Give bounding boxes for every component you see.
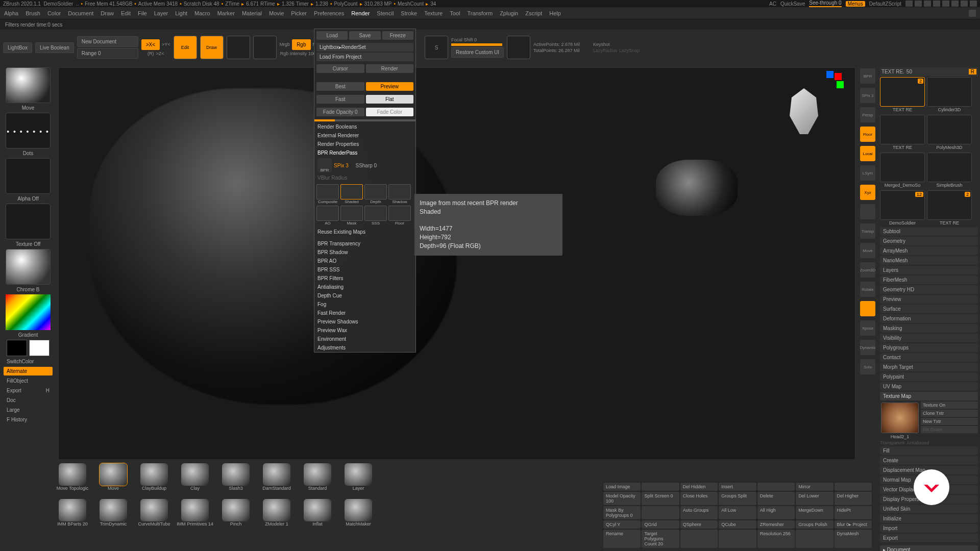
menu-help[interactable]: Help [549,10,561,16]
brush-pinch[interactable] [222,499,250,521]
menu-preferences[interactable]: Preferences [314,10,344,16]
lightbox-button[interactable]: LightBox [3,42,32,53]
moveview-icon[interactable]: Move [860,243,875,258]
window-icon-2[interactable] [915,1,922,7]
window-icon-4[interactable] [933,1,940,7]
draw-mode-button[interactable]: Draw [200,36,224,59]
modelopacity-slider[interactable]: Model Opacity 100 [603,492,641,505]
fast-button[interactable]: Fast [316,95,364,104]
menus-button[interactable]: Menus [846,1,865,7]
large-button[interactable]: Large [4,406,53,414]
flat-button[interactable]: Flat [366,95,414,104]
acc-visibility[interactable]: Visibility [880,334,978,342]
acc-masking[interactable]: Masking [880,324,978,333]
fastrender-row[interactable]: Fast Render [314,309,415,317]
cursor-button[interactable]: Cursor [316,64,364,73]
brush-curvemultitube[interactable] [140,499,168,521]
newtxtr-button[interactable]: New Txtr [921,418,978,425]
antialiased-label[interactable]: Antialiased [906,440,929,445]
move-gizmo-icon[interactable] [227,36,250,59]
brush-matchmaker[interactable] [345,499,372,521]
render-load-button[interactable]: Load [316,31,348,40]
qcyly-button[interactable]: QCyl Y [603,520,641,529]
bprrenderpass-row[interactable]: BPR RenderPass [314,148,415,157]
pass-shaded[interactable] [340,184,363,199]
bprfilters-row[interactable]: BPR Filters [314,274,415,283]
alllow-button[interactable]: All Low [719,506,756,519]
menu-transform[interactable]: Transform [467,10,493,16]
axis-z-icon[interactable] [826,71,834,78]
menu-alpha[interactable]: Alpha [4,10,18,16]
acc-import[interactable]: Import [880,524,978,533]
allhigh-button[interactable]: All High [757,506,795,519]
minimize-icon[interactable] [951,1,959,7]
menu-brush[interactable]: Brush [26,10,40,16]
brush-damstandard[interactable] [263,463,290,486]
material-preview-icon[interactable] [6,249,51,285]
insert-button[interactable]: Insert [719,483,756,491]
y-button[interactable]: >Y< [162,42,170,47]
menu-stencil[interactable]: Stencil [377,10,394,16]
menu-draw[interactable]: Draw [101,10,114,16]
preview-button[interactable]: Preview [366,82,414,91]
brush-layer[interactable] [345,463,372,486]
acc-texturemap[interactable]: Texture Map [880,392,978,400]
render-button[interactable]: Render [366,64,414,73]
restoreui-button[interactable]: Restore Custom UI [451,47,504,58]
swatch-white[interactable] [29,340,50,356]
acc-initialize[interactable]: Initialize [880,514,978,523]
delhigher-button[interactable]: Del Higher [835,492,872,505]
window-icon-5[interactable] [942,1,949,7]
rgb-button[interactable]: Rgb [292,39,310,50]
pass-composite[interactable] [316,184,339,199]
tool-thumb-4[interactable] [880,153,925,182]
bpr-icon[interactable]: BPR [860,68,875,84]
axis-y-icon[interactable] [837,81,844,88]
brush-preview-icon[interactable] [6,67,51,103]
bprtransparency-row[interactable]: BPR Transparency [314,239,415,248]
brush-immbparts[interactable] [59,499,86,521]
fhistory-button[interactable]: F History [4,415,53,424]
delhidden-button[interactable]: Del Hidden [680,483,718,491]
tool-thumb-7[interactable]: 2 [927,190,972,220]
acc-arraymesh[interactable]: ArrayMesh [880,246,978,255]
previewwax-row[interactable]: Preview Wax [314,326,415,335]
tool-thumb-2[interactable] [880,115,925,144]
brush-claybuildup[interactable] [140,463,168,486]
document-footer[interactable]: ▸ Document [880,545,978,551]
lsym-icon[interactable]: LSym [860,165,875,181]
brush-zmodeler[interactable] [263,499,290,521]
texture-preview-icon[interactable] [6,204,51,239]
antialiasing-row[interactable]: Antialiasing [314,283,415,291]
targetpolygons-slider[interactable]: Target Polygons Count 20 [642,530,679,548]
window-icon-1[interactable] [905,1,913,7]
groupspolish-button[interactable]: Groups Polish [796,520,833,529]
tool-thumb-6[interactable]: 12 [880,190,925,220]
bprao-row[interactable]: BPR AO [314,257,415,265]
local-icon[interactable]: Local [860,146,875,161]
panel-dock-icon[interactable] [969,10,976,17]
brush-immprimitives[interactable] [181,499,209,521]
blurproject-button[interactable]: Blur 0▸ Project [835,520,872,529]
menu-edit[interactable]: Edit [121,10,131,16]
zoom3d-icon[interactable]: Zoom3D [860,262,875,278]
frame-icon[interactable] [860,301,875,316]
acc-unifiedskin[interactable]: Unified Skin [880,505,978,513]
spix-label[interactable]: SPix 3 [334,163,349,168]
alpha-preview-icon[interactable] [6,158,51,194]
acc-subtool[interactable]: Subtool [880,227,978,236]
floor-icon[interactable]: Floor [860,127,875,142]
axis-gizmo[interactable] [818,71,844,96]
s-icon[interactable]: S [425,36,448,59]
menu-document[interactable]: Document [68,10,93,16]
ssharp-label[interactable]: SSharp 0 [355,163,377,168]
mergedown-button[interactable]: MergeDown [796,506,833,519]
acc-uvmap[interactable]: UV Map [880,382,978,391]
doc-button[interactable]: Doc [4,396,53,405]
brush-movetopo[interactable] [59,463,86,486]
pass-ao[interactable] [316,206,339,221]
textureon-button[interactable]: Texture On [921,402,978,409]
fadecolor-button[interactable]: Fade Color [366,108,414,116]
xyz-icon[interactable]: Xyz [860,185,875,200]
menu-movie[interactable]: Movie [269,10,284,16]
